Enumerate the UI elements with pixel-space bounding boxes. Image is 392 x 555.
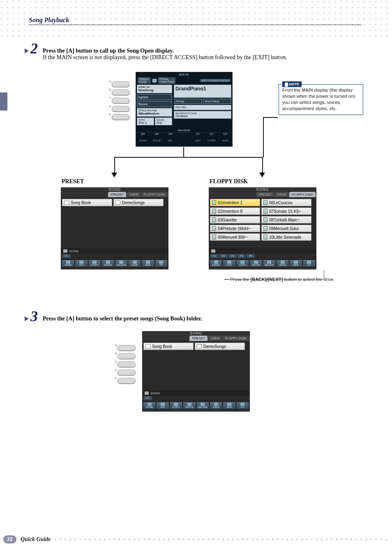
song-file-icon (212, 217, 216, 222)
preset-song-browser: SONG PRESET USER FLOPPY DISK Song Book D… (61, 187, 168, 269)
fbtn-copy[interactable]: COPY (170, 402, 182, 409)
floppy-page-4[interactable]: P4 (238, 254, 246, 258)
floppy-page-1[interactable]: P1 (210, 254, 219, 258)
ctrl-d-button-3[interactable] (118, 370, 136, 375)
preset-tab-preset[interactable]: PRESET (108, 192, 126, 197)
floppy-item-08[interactable]: 08Turkish Marc~ (261, 216, 311, 223)
ctrl-b-button[interactable] (112, 90, 130, 95)
floppy-item-03[interactable]: 03Gavotte (210, 216, 260, 223)
fbtn-cut[interactable]: CUT (223, 260, 235, 267)
fbtn-delete[interactable]: DELETE (263, 260, 276, 267)
intro-card: INTRO4bar-2 (137, 117, 154, 125)
floppy-item-07[interactable]: 07Sonate 15 K5~ (261, 207, 311, 215)
fbtn-up[interactable]: UP (236, 402, 249, 409)
preset-path-row: SONG (61, 248, 168, 254)
fbtn-paste[interactable]: PASTE (183, 402, 196, 409)
page-footer: 22 Quick Guide (0, 535, 392, 543)
grand-piano-card: GrandPiano1 (174, 85, 231, 98)
fbtn-cut[interactable]: CUT (156, 402, 169, 409)
fbtn-up[interactable]: UP (155, 260, 168, 267)
arrow-down-left-icon (111, 173, 117, 177)
fbtn-copy[interactable]: COPY (236, 260, 249, 267)
preset-page-1[interactable]: P1 (62, 254, 71, 258)
preset-tab-floppy[interactable]: FLOPPY DISK (141, 192, 168, 197)
floppy-item-01[interactable]: 01Invention 1 (210, 199, 260, 206)
fbtn-up[interactable]: UP (303, 260, 316, 267)
ctrl-b-button-3[interactable] (118, 353, 136, 359)
folder-icon (145, 391, 149, 395)
song-file-icon (212, 235, 216, 240)
floppy-page-5[interactable]: P5 (247, 254, 255, 258)
step3-tab-floppy[interactable]: FLOPPY DISK (223, 336, 249, 341)
song-file-icon (212, 209, 216, 214)
step3-page-1[interactable]: P1 (144, 396, 152, 400)
score-card: Score (137, 101, 172, 107)
lcd-status-row: TRANS-POSE 0 PEDALFUNCTION SOFT SOSTENUT… (136, 77, 232, 84)
step3-item-songbook[interactable]: Song Book (143, 343, 194, 350)
song-file-icon (212, 200, 216, 205)
floppy-item-05[interactable]: 05Menuett BW~ (210, 233, 260, 241)
flow-left-v (114, 157, 115, 173)
preset-tab-user[interactable]: USER (127, 192, 141, 197)
folder-icon (63, 249, 67, 253)
floppy-tab-floppy[interactable]: FLOPPY DISK (289, 192, 316, 197)
ctrl-a-button-3[interactable] (118, 345, 136, 351)
ctrl-c-label-3: C (115, 360, 117, 363)
fbtn-paste[interactable]: PASTE (101, 260, 114, 267)
note-label: NOTE (282, 81, 302, 87)
pedal-label: PEDALFUNCTION (158, 77, 175, 84)
floppy-page-3[interactable]: P3 (228, 254, 237, 258)
ctrl-e-button-3[interactable] (118, 378, 136, 384)
fbtn-copy[interactable]: COPY (88, 260, 101, 267)
fbtn-delete[interactable]: DELETE (196, 402, 209, 409)
floppy-tab-user[interactable]: USER (274, 192, 288, 197)
floppy-song-browser: SONG PRESET USER FLOPPY DISK 01Invention… (209, 187, 316, 269)
split-point-card: F#2 F#2 (174, 105, 231, 110)
floppy-footer: NAME CUT COPY PASTE DELETE SAVE NEW UP (209, 259, 316, 268)
floppy-item-02[interactable]: 02Invention 8 (210, 207, 260, 215)
preset-title: SONG (108, 187, 121, 191)
ctrl-e-button[interactable] (112, 114, 130, 120)
preset-item-demosongs[interactable]: DemoSongs (113, 199, 164, 206)
step3-footer: NAME CUT COPY PASTE DELETE SAVE NEW UP (142, 401, 250, 410)
fbtn-new[interactable]: NEW (289, 260, 302, 267)
floppy-item-10[interactable]: 10Little Serenade (261, 233, 311, 241)
fbtn-name[interactable]: NAME (210, 260, 222, 267)
folder-icon (145, 344, 150, 348)
step3-tab-user[interactable]: USER (208, 336, 222, 341)
fbtn-save[interactable]: SAVE (276, 260, 289, 267)
floppy-item-04[interactable]: 04Prelude (Wohl~ (210, 225, 260, 232)
flow-right-v (262, 157, 263, 173)
song-file-icon (263, 226, 267, 231)
fbtn-save[interactable]: SAVE (210, 402, 222, 409)
flow-right-upper-h (263, 117, 278, 118)
pedal-icons: SOFT SOSTENUTO SUSTAIN (200, 79, 231, 82)
note-callout: NOTE From the MAIN display (the display … (279, 84, 363, 115)
ctrl-c-button-3[interactable] (118, 362, 136, 367)
fbtn-delete[interactable]: DELETE (115, 260, 128, 267)
preset-item-songbook[interactable]: Song Book (62, 199, 112, 206)
ctrl-c-button[interactable] (112, 98, 130, 104)
fbtn-name[interactable]: NAME (62, 260, 74, 267)
floppy-page-2[interactable]: P2 (219, 254, 228, 258)
step3-item-demosongs[interactable]: DemoSongs (195, 343, 245, 350)
ctrl-e-label: E (109, 113, 111, 116)
fbtn-cut[interactable]: CUT (75, 260, 88, 267)
floppy-item-06[interactable]: 06LeCoucou (261, 199, 311, 206)
step-3-number: 3 (30, 309, 38, 324)
ctrl-a-button[interactable] (112, 81, 130, 87)
fbtn-save[interactable]: SAVE (128, 260, 141, 267)
ctrl-a-label: A (109, 80, 111, 83)
step3-tab-preset[interactable]: PRESET (189, 336, 208, 341)
ctrl-e-label-3: E (115, 377, 117, 380)
fbtn-paste[interactable]: PASTE (249, 260, 262, 267)
fbtn-name[interactable]: NAME (143, 402, 156, 409)
fbtn-new[interactable]: NEW (141, 260, 154, 267)
fbtn-new[interactable]: NEW (223, 402, 235, 409)
ctrl-c-label: C (109, 97, 111, 99)
ctrl-b-label-3: B (115, 352, 117, 355)
floppy-item-09[interactable]: 09Menuett Gdur (261, 225, 311, 232)
transpose-value: 0 (152, 79, 157, 83)
ctrl-d-button[interactable] (112, 106, 130, 112)
floppy-tab-preset[interactable]: PRESET (256, 192, 274, 197)
